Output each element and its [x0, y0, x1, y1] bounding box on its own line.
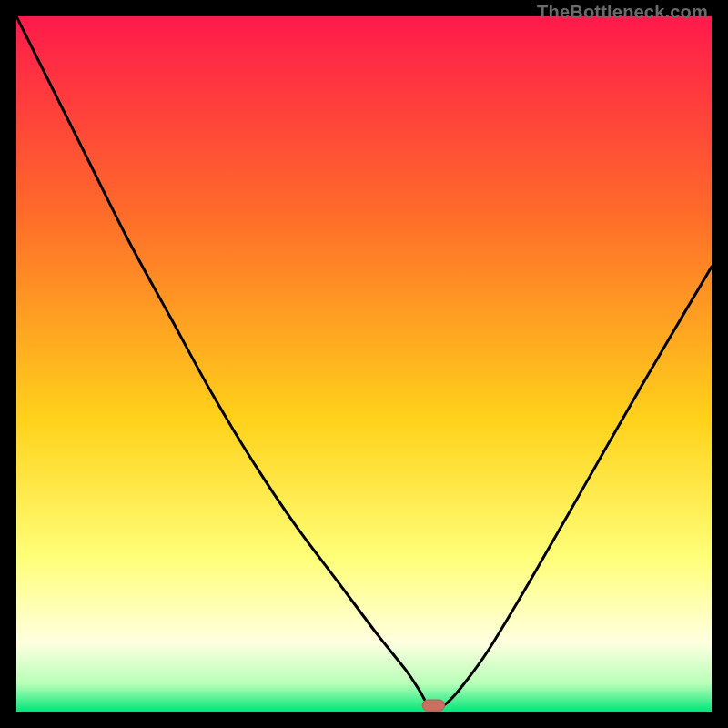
optimal-marker — [422, 700, 444, 711]
watermark-label: TheBottleneck.com — [537, 2, 708, 23]
bottleneck-chart — [16, 16, 712, 712]
chart-frame — [16, 16, 712, 712]
gradient-background — [16, 16, 712, 712]
